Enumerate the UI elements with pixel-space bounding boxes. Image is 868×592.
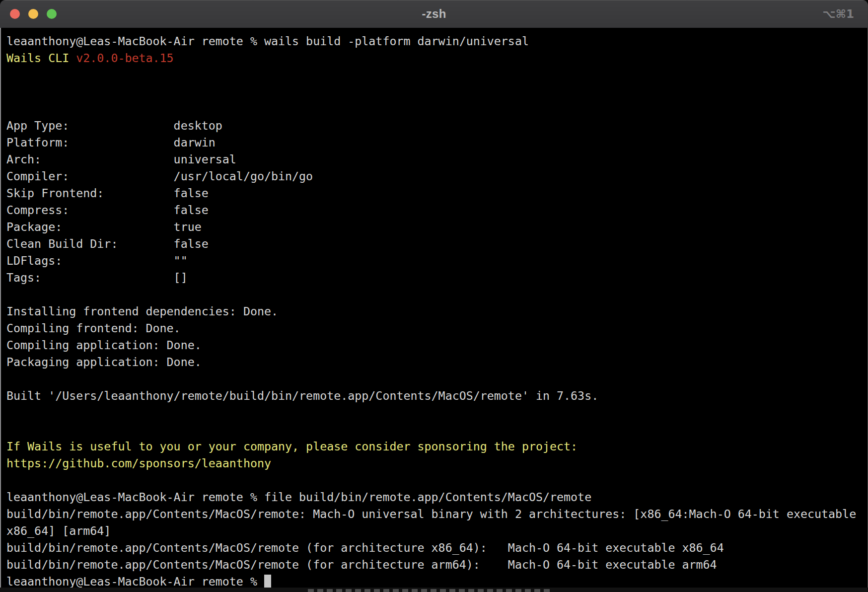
terminal-text: Tags: [] bbox=[6, 271, 188, 284]
terminal-text-red: v2.0.0-beta.15 bbox=[76, 51, 173, 65]
terminal-text: leaanthony@Leas-MacBook-Air remote % wai… bbox=[6, 34, 529, 48]
terminal-line: Wails CLI v2.0.0-beta.15 bbox=[6, 50, 868, 67]
terminal-line bbox=[6, 370, 868, 387]
terminal-text: Skip Frontend: false bbox=[6, 186, 209, 200]
zoom-button[interactable] bbox=[47, 9, 57, 19]
close-button[interactable] bbox=[10, 9, 20, 19]
terminal-line: If Wails is useful to you or your compan… bbox=[6, 438, 868, 455]
terminal-line: Compiling application: Done. bbox=[6, 337, 868, 354]
terminal-line: https://github.com/sponsors/leaanthony bbox=[6, 455, 868, 472]
terminal-line bbox=[6, 286, 868, 303]
terminal-line: build/bin/remote.app/Contents/MacOS/remo… bbox=[6, 539, 868, 556]
terminal-text: leaanthony@Leas-MacBook-Air remote % fil… bbox=[6, 490, 591, 504]
terminal-line: x86_64] [arm64] bbox=[6, 522, 868, 539]
terminal-text: Compiling frontend: Done. bbox=[6, 321, 181, 335]
terminal-output[interactable]: leaanthony@Leas-MacBook-Air remote % wai… bbox=[0, 28, 868, 588]
titlebar[interactable]: -zsh ⌥⌘1 bbox=[0, 0, 868, 28]
terminal-line: build/bin/remote.app/Contents/MacOS/remo… bbox=[6, 506, 868, 522]
terminal-text: Installing frontend dependencies: Done. bbox=[6, 304, 278, 318]
terminal-text: Platform: darwin bbox=[6, 136, 216, 149]
terminal-text: Compiling application: Done. bbox=[6, 338, 202, 352]
terminal-text: x86_64] [arm64] bbox=[6, 524, 111, 537]
terminal-line: Package: true bbox=[6, 219, 868, 235]
terminal-text: build/bin/remote.app/Contents/MacOS/remo… bbox=[6, 541, 724, 554]
terminal-text-yellow: https://github.com/sponsors/leaanthony bbox=[6, 456, 271, 470]
terminal-text: build/bin/remote.app/Contents/MacOS/remo… bbox=[6, 507, 856, 520]
tab-shortcut-label: ⌥⌘1 bbox=[822, 0, 854, 28]
terminal-line: LDFlags: "" bbox=[6, 252, 868, 269]
minimize-button[interactable] bbox=[28, 9, 38, 19]
terminal-window: -zsh ⌥⌘1 leaanthony@Leas-MacBook-Air rem… bbox=[0, 0, 868, 588]
terminal-text: Built '/Users/leaanthony/remote/build/bi… bbox=[6, 389, 598, 402]
terminal-line: Compress: false bbox=[6, 202, 868, 219]
terminal-line: Compiler: /usr/local/go/bin/go bbox=[6, 168, 868, 185]
clipped-text-artifact bbox=[308, 589, 551, 592]
window-title: -zsh bbox=[0, 7, 868, 21]
terminal-text-yellow: If Wails is useful to you or your compan… bbox=[6, 440, 578, 453]
terminal-line bbox=[6, 404, 868, 421]
terminal-text: build/bin/remote.app/Contents/MacOS/remo… bbox=[6, 558, 717, 571]
terminal-line bbox=[6, 83, 868, 100]
terminal-line: Clean Build Dir: false bbox=[6, 235, 868, 252]
terminal-line: Packaging application: Done. bbox=[6, 354, 868, 370]
terminal-text: Packaging application: Done. bbox=[6, 355, 202, 369]
terminal-line: Installing frontend dependencies: Done. bbox=[6, 303, 868, 320]
terminal-line bbox=[6, 472, 868, 489]
text-cursor bbox=[264, 575, 271, 588]
terminal-text: LDFlags: "" bbox=[6, 254, 188, 267]
terminal-text: Arch: universal bbox=[6, 152, 236, 166]
terminal-line: Arch: universal bbox=[6, 151, 868, 168]
background-window-sliver bbox=[0, 588, 868, 592]
terminal-line: Platform: darwin bbox=[6, 134, 868, 151]
terminal-text: Clean Build Dir: false bbox=[6, 237, 209, 250]
terminal-line: Tags: [] bbox=[6, 269, 868, 286]
terminal-text: Package: true bbox=[6, 220, 202, 233]
terminal-line: App Type: desktop bbox=[6, 117, 868, 134]
prompt-line: leaanthony@Leas-MacBook-Air remote % bbox=[6, 573, 868, 588]
terminal-line bbox=[6, 67, 868, 83]
terminal-text-yellow: Wails CLI bbox=[6, 51, 76, 65]
terminal-line: Compiling frontend: Done. bbox=[6, 320, 868, 337]
terminal-line: Skip Frontend: false bbox=[6, 185, 868, 202]
terminal-line bbox=[6, 100, 868, 117]
traffic-lights bbox=[10, 0, 57, 28]
prompt-line: leaanthony@Leas-MacBook-Air remote % fil… bbox=[6, 489, 868, 506]
terminal-text: Compress: false bbox=[6, 203, 209, 217]
terminal-line: Built '/Users/leaanthony/remote/build/bi… bbox=[6, 387, 868, 404]
terminal-line: build/bin/remote.app/Contents/MacOS/remo… bbox=[6, 556, 868, 573]
terminal-text: App Type: desktop bbox=[6, 119, 222, 132]
terminal-text: Compiler: /usr/local/go/bin/go bbox=[6, 169, 313, 183]
terminal-text: leaanthony@Leas-MacBook-Air remote % bbox=[6, 575, 264, 588]
prompt-line: leaanthony@Leas-MacBook-Air remote % wai… bbox=[6, 33, 868, 50]
terminal-line bbox=[6, 421, 868, 438]
